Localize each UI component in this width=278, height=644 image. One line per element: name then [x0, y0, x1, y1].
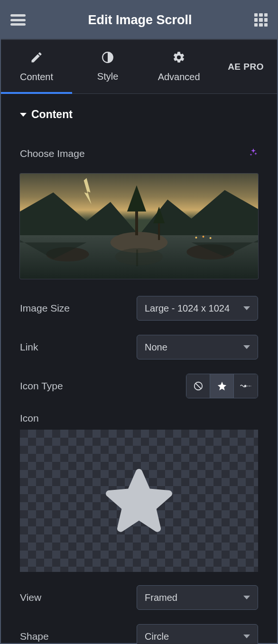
view-select[interactable]: Framed: [137, 585, 258, 610]
svg-line-14: [195, 384, 201, 389]
link-select[interactable]: None: [137, 335, 258, 359]
chevron-down-icon: [243, 345, 250, 349]
caret-down-icon: [20, 113, 27, 117]
header-bar: Edit Image Scroll: [1, 1, 277, 40]
ai-sparkle-icon[interactable]: [249, 147, 258, 159]
section-title: Content: [31, 108, 73, 121]
gear-icon: [172, 51, 185, 66]
star-icon: [217, 381, 227, 391]
link-value: None: [145, 342, 167, 353]
ban-icon: [193, 381, 204, 391]
icon-type-group: [186, 374, 258, 398]
chevron-down-icon: [243, 596, 250, 599]
view-value: Framed: [145, 592, 177, 603]
choose-image-label: Choose Image: [20, 148, 85, 159]
tab-content[interactable]: Content: [1, 40, 72, 93]
svg-point-11: [115, 248, 163, 265]
menu-button[interactable]: [10, 14, 26, 26]
shape-select[interactable]: Circle: [137, 624, 258, 644]
chevron-down-icon: [243, 635, 250, 638]
tab-aepro-label: AE PRO: [228, 62, 264, 72]
icon-type-none[interactable]: [186, 374, 210, 398]
link-label: Link: [20, 341, 38, 353]
section-content-toggle[interactable]: Content: [20, 108, 258, 121]
star-preview-icon: [99, 460, 179, 541]
shape-label: Shape: [20, 631, 49, 642]
chevron-down-icon: [243, 306, 250, 310]
icon-type-label: Icon Type: [20, 380, 63, 392]
tab-style-label: Style: [97, 71, 118, 82]
shape-value: Circle: [145, 631, 169, 642]
view-label: View: [20, 592, 41, 603]
lottie-icon: [240, 381, 252, 391]
icon-type-lottie[interactable]: [234, 374, 258, 398]
tabs-bar: Content Style Advanced AE PRO: [1, 40, 277, 94]
tab-advanced[interactable]: Advanced: [143, 40, 214, 93]
tab-aepro[interactable]: AE PRO: [214, 40, 277, 93]
svg-point-10: [210, 237, 212, 239]
pencil-icon: [30, 51, 43, 66]
icon-label: Icon: [20, 413, 39, 423]
panel-title: Edit Image Scroll: [88, 13, 192, 28]
tab-content-label: Content: [20, 72, 53, 83]
svg-point-9: [203, 236, 204, 238]
image-preview[interactable]: [20, 174, 258, 279]
image-size-value: Large - 1024 x 1024: [145, 303, 230, 314]
tab-advanced-label: Advanced: [158, 72, 200, 83]
contrast-icon: [102, 51, 114, 65]
tab-style[interactable]: Style: [72, 40, 143, 93]
apps-grid-button[interactable]: [254, 13, 268, 27]
svg-rect-12: [136, 249, 138, 266]
icon-preview[interactable]: [20, 430, 258, 572]
icon-type-icon[interactable]: [210, 374, 234, 398]
image-size-label: Image Size: [20, 303, 70, 314]
svg-point-8: [195, 237, 197, 239]
image-size-select[interactable]: Large - 1024 x 1024: [137, 296, 258, 321]
svg-point-15: [244, 385, 246, 386]
